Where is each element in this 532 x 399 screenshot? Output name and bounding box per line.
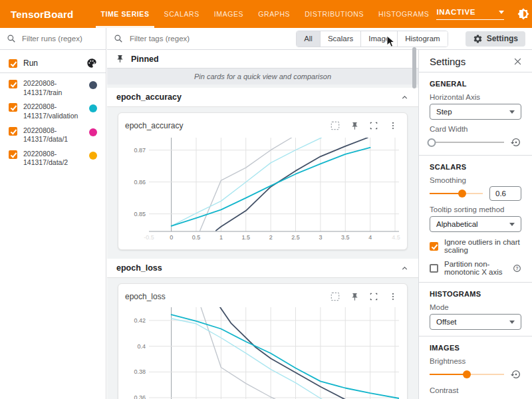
settings-button-label: Settings	[487, 34, 518, 43]
partition-x-row[interactable]: Partition non-monotonic X axis ?	[430, 260, 521, 276]
card-header: epoch_accuracy	[125, 117, 400, 134]
pin-card-icon[interactable]	[350, 122, 359, 130]
reset-card-width-icon[interactable]	[511, 137, 521, 148]
more-options-icon[interactable]	[388, 121, 398, 130]
more-options-icon[interactable]	[388, 292, 398, 301]
svg-text:0.38: 0.38	[134, 368, 146, 375]
pin-card-icon[interactable]	[350, 293, 359, 301]
runs-list: 20220808-141317/train 20220808-141317/va…	[0, 73, 106, 174]
run-name: 20220808-141317/data/2	[23, 150, 83, 168]
run-checkbox[interactable]	[9, 80, 17, 88]
chevron-down-icon	[509, 110, 515, 114]
svg-text:1.5: 1.5	[242, 234, 251, 241]
run-row-data-2[interactable]: 20220808-141317/data/2	[0, 147, 106, 170]
brightness-slider[interactable]	[430, 370, 504, 379]
run-row-train[interactable]: 20220808-141317/train	[0, 76, 106, 100]
fit-to-data-icon[interactable]	[330, 291, 340, 302]
reset-brightness-icon[interactable]	[511, 369, 521, 380]
app-logo: TensorBoard	[11, 9, 73, 20]
epoch-accuracy-chart[interactable]: 0.850.860.87-0.500.511.522.533.544.5	[125, 134, 402, 244]
run-name: 20220808-141317/validation	[23, 102, 83, 120]
run-checkbox[interactable]	[9, 127, 17, 136]
ignore-outliers-row[interactable]: Ignore outliers in chart scaling	[430, 238, 521, 254]
svg-text:0.5: 0.5	[192, 234, 201, 241]
histogram-mode-select[interactable]: Offset	[430, 314, 521, 330]
app-header: TensorBoard TIME SERIES SCALARS IMAGES G…	[0, 0, 532, 28]
tab-time-series[interactable]: TIME SERIES	[93, 0, 156, 28]
epoch-loss-chart[interactable]: 0.420.40.380.36	[125, 305, 402, 399]
section-heading: HISTOGRAMS	[430, 290, 521, 298]
svg-text:3: 3	[319, 234, 322, 241]
run-checkbox[interactable]	[9, 150, 17, 159]
settings-button[interactable]: Settings	[466, 31, 525, 47]
smoothing-label: Smoothing	[430, 176, 521, 184]
tab-images[interactable]: IMAGES	[207, 0, 251, 28]
card-title: epoch_accuracy	[125, 121, 330, 130]
runs-sidebar: Run 20220808-141317/train 20220808-14131…	[0, 28, 106, 399]
tab-distributions[interactable]: DISTRIBUTIONS	[297, 0, 371, 28]
card-width-slider[interactable]	[430, 138, 504, 147]
filter-image-button[interactable]: Image	[360, 31, 397, 47]
chevron-down-icon	[509, 321, 515, 324]
fullscreen-icon[interactable]	[369, 121, 378, 130]
card-header: epoch_loss	[125, 288, 400, 305]
tag-type-filter-group: All Scalars Image Histogram	[296, 31, 448, 47]
smoothing-value-input[interactable]	[489, 186, 521, 201]
chevron-up-icon[interactable]	[400, 264, 409, 273]
chevron-up-icon[interactable]	[400, 93, 409, 102]
reload-status-dropdown[interactable]: INACTIVE	[436, 8, 504, 20]
close-icon[interactable]	[513, 57, 523, 66]
help-icon[interactable]: ?	[513, 264, 521, 273]
histogram-mode-value: Offset	[436, 318, 456, 326]
smoothing-slider[interactable]	[430, 189, 483, 198]
run-name: 20220808-141317/train	[23, 79, 83, 97]
slider-knob[interactable]	[428, 138, 436, 147]
run-row-validation[interactable]: 20220808-141317/validation	[0, 100, 106, 123]
run-checkbox[interactable]	[9, 103, 17, 112]
pinned-section-header: Pinned	[107, 50, 418, 68]
runs-table-header: Run	[0, 54, 106, 73]
filter-histogram-button[interactable]: Histogram	[397, 31, 447, 47]
tooltip-sorting-select[interactable]: Alphabetical	[430, 216, 521, 232]
section-epoch-loss[interactable]: epoch_loss	[107, 259, 418, 278]
svg-text:2.5: 2.5	[291, 234, 300, 241]
svg-text:-0.5: -0.5	[144, 234, 154, 241]
slider-knob[interactable]	[458, 190, 466, 198]
main-scrollbar-thumb[interactable]	[412, 47, 416, 88]
select-all-runs-checkbox[interactable]	[9, 59, 17, 68]
tab-scalars[interactable]: SCALARS	[157, 0, 207, 28]
section-epoch-accuracy[interactable]: epoch_accuracy	[107, 88, 418, 107]
horizontal-axis-value: Step	[436, 108, 452, 116]
settings-section-scalars: SCALARS Smoothing Tooltip sorting method…	[419, 155, 532, 282]
tensorboard-app: { "header": { "logo": "TensorBoard", "ta…	[0, 0, 532, 399]
runs-header-label: Run	[23, 59, 86, 68]
settings-section-general: GENERAL Horizontal Axis Step Card Width	[419, 72, 532, 155]
fit-to-data-icon[interactable]	[330, 120, 340, 131]
fullscreen-icon[interactable]	[369, 292, 378, 301]
ignore-outliers-checkbox[interactable]	[430, 242, 438, 251]
tab-graphs[interactable]: GRAPHS	[251, 0, 297, 28]
slider-knob[interactable]	[463, 370, 471, 378]
filter-all-button[interactable]: All	[297, 31, 320, 47]
run-color-dot	[89, 81, 97, 89]
pinned-label: Pinned	[131, 55, 159, 64]
filter-tags-input[interactable]	[128, 34, 288, 43]
settings-panel-header: Settings	[419, 50, 532, 72]
theme-toggle-icon[interactable]	[512, 4, 532, 24]
run-row-data-1[interactable]: 20220808-141317/data/1	[0, 124, 106, 147]
tab-histograms[interactable]: HISTOGRAMS	[371, 0, 436, 28]
settings-section-images: IMAGES Brightness Contrast Show actual i…	[419, 336, 532, 399]
run-color-dot	[89, 128, 97, 136]
tooltip-sorting-value: Alphabetical	[436, 220, 478, 228]
search-icon	[7, 34, 16, 43]
tags-toolbar: All Scalars Image Histogram Settings	[107, 28, 532, 50]
filter-runs-input[interactable]	[21, 34, 99, 43]
horizontal-axis-select[interactable]: Step	[430, 104, 521, 120]
partition-x-checkbox[interactable]	[430, 264, 438, 273]
chevron-down-icon	[509, 223, 515, 226]
section-heading: IMAGES	[430, 344, 521, 352]
brightness-label: Brightness	[430, 357, 521, 365]
filter-scalars-button[interactable]: Scalars	[320, 31, 360, 47]
card-title: epoch_loss	[125, 292, 330, 301]
cards-area: Pinned Pin cards for a quick view and co…	[107, 50, 418, 399]
